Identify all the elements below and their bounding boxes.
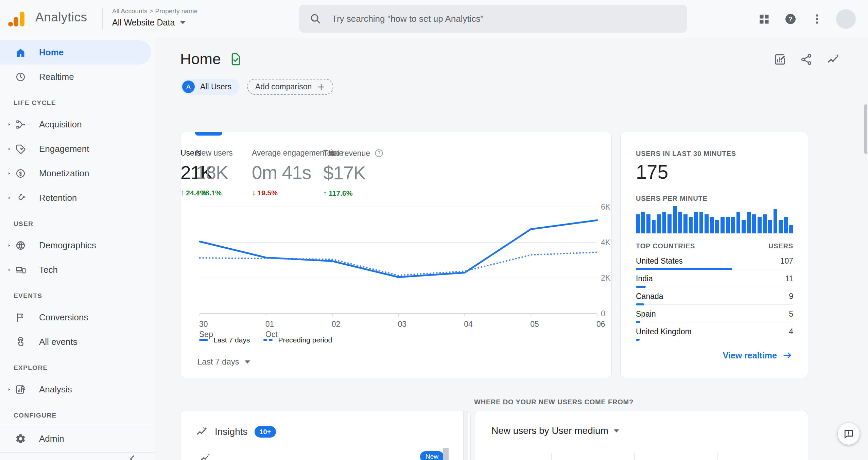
more-vert-icon[interactable] xyxy=(811,13,823,25)
medium-card-title: New users by User medium xyxy=(491,425,608,436)
insights-count-badge[interactable]: 10+ xyxy=(255,426,276,438)
country-row[interactable]: United States107 xyxy=(636,254,793,271)
sidebar-item-all-events[interactable]: All events xyxy=(0,330,155,354)
expand-caret-icon[interactable] xyxy=(5,195,14,200)
new-users-heading: WHERE DO YOUR NEW USERS COME FROM? xyxy=(474,398,633,406)
customize-report-icon[interactable] xyxy=(774,53,786,66)
minute-bar xyxy=(646,214,650,233)
sidebar-item-monetization[interactable]: $Monetization xyxy=(0,161,155,185)
metric-total-revenue[interactable]: Total revenue$17K↑ 117.6% xyxy=(323,148,384,197)
country-users: 5 xyxy=(789,309,793,319)
date-range-label: Last 7 days xyxy=(197,357,239,367)
help-outline-icon[interactable] xyxy=(374,148,384,158)
arrow-right-icon xyxy=(782,350,793,360)
chevron-down-icon xyxy=(245,360,250,364)
country-row[interactable]: Spain5 xyxy=(636,307,793,324)
expand-caret-icon[interactable] xyxy=(5,171,14,176)
acquisition-icon xyxy=(15,119,26,130)
metric-new-users[interactable]: New users18K↑ 28.1% xyxy=(196,148,233,197)
expand-caret-icon[interactable] xyxy=(5,146,14,152)
sidebar-item-home[interactable]: Home xyxy=(0,40,151,65)
sidebar-item-tech[interactable]: Tech xyxy=(0,258,155,282)
sidebar-section-label: EVENTS xyxy=(0,291,155,301)
sidebar-item-admin[interactable]: Admin xyxy=(0,426,155,451)
users-30min-label: USERS IN LAST 30 MINUTES xyxy=(636,150,736,158)
metric-label: Total revenue xyxy=(323,148,384,158)
insights-spark-icon xyxy=(196,426,207,438)
country-name: India xyxy=(636,274,653,283)
doc-check-icon[interactable] xyxy=(228,52,243,66)
sidebar-item-demographics[interactable]: Demographics xyxy=(0,233,155,258)
date-range-selector[interactable]: Last 7 days xyxy=(197,357,250,367)
monetization-icon: $ xyxy=(15,168,26,179)
page-actions xyxy=(760,53,839,66)
main-content: Home A All Users Add comparison Users21K… xyxy=(155,38,868,460)
sidebar-item-retention[interactable]: Retention xyxy=(0,185,155,210)
property-selector[interactable]: All Website Data xyxy=(112,18,186,28)
sidebar-item-analysis[interactable]: Analysis xyxy=(0,377,155,402)
page-scrollbar-thumb[interactable] xyxy=(864,104,867,154)
sidebar-item-label: Conversions xyxy=(39,312,88,323)
sidebar-item-label: Realtime xyxy=(39,72,74,82)
insight-item-spark-icon xyxy=(200,453,210,460)
sidebar: HomeRealtimeLIFE CYCLEAcquisitionEngagem… xyxy=(0,38,155,460)
expand-caret-icon[interactable] xyxy=(5,243,14,248)
users-per-minute-chart xyxy=(636,206,793,233)
country-row[interactable]: United Kingdom4 xyxy=(636,324,793,342)
help-icon[interactable]: ? xyxy=(784,13,797,25)
insights-scrollbar[interactable] xyxy=(463,411,468,460)
breadcrumb[interactable]: All Accounts>Property name xyxy=(112,7,199,15)
chart-gridline xyxy=(551,453,552,460)
apps-grid-icon[interactable] xyxy=(758,13,770,25)
sidebar-item-label: Retention xyxy=(39,193,77,203)
property-selector-label: All Website Data xyxy=(112,18,175,28)
country-row[interactable]: India11 xyxy=(636,271,793,289)
search-icon xyxy=(309,13,322,25)
sidebar-item-conversions[interactable]: Conversions xyxy=(0,305,155,330)
medium-card-title-dropdown[interactable]: New users by User medium xyxy=(491,425,619,436)
legend-label: Last 7 days xyxy=(213,336,250,344)
expand-caret-icon[interactable] xyxy=(5,122,14,127)
country-bar-fill xyxy=(636,339,640,341)
minute-bar xyxy=(657,214,661,233)
share-icon[interactable] xyxy=(800,53,813,66)
search-bar[interactable] xyxy=(299,5,687,33)
svg-text:4K: 4K xyxy=(601,238,610,247)
country-name: Canada xyxy=(636,292,663,301)
analytics-app: Analytics All Accounts>Property name All… xyxy=(0,0,868,460)
card-tab-indicator[interactable] xyxy=(195,132,222,136)
all-users-pill[interactable]: A All Users xyxy=(180,79,240,95)
top-bar: Analytics All Accounts>Property name All… xyxy=(0,0,868,38)
collapse-sidebar-icon[interactable] xyxy=(127,453,138,460)
view-realtime-link[interactable]: View realtime xyxy=(723,350,793,360)
sidebar-item-realtime[interactable]: Realtime xyxy=(0,65,155,89)
insights-icon[interactable] xyxy=(827,53,839,66)
minute-bar xyxy=(641,212,645,233)
add-comparison-button[interactable]: Add comparison xyxy=(247,79,333,95)
breadcrumb-property[interactable]: Property name xyxy=(155,7,198,15)
sidebar-item-label: All events xyxy=(39,337,77,347)
country-bar-track xyxy=(636,340,793,340)
expand-caret-icon[interactable] xyxy=(5,387,14,392)
sidebar-item-label: Admin xyxy=(39,434,64,444)
minute-bar xyxy=(747,212,751,233)
search-input[interactable] xyxy=(332,14,677,24)
country-row[interactable]: Canada9 xyxy=(636,289,793,307)
country-name: United States xyxy=(636,256,683,266)
minute-bar xyxy=(694,212,698,233)
sidebar-item-acquisition[interactable]: Acquisition xyxy=(0,112,155,137)
minute-bar xyxy=(789,225,793,233)
divider xyxy=(0,425,155,425)
breadcrumb-account[interactable]: All Accounts xyxy=(112,7,147,15)
metric-label: New users xyxy=(196,148,233,158)
country-bar-fill xyxy=(636,303,644,305)
sidebar-item-engagement[interactable]: Engagement xyxy=(0,137,155,161)
analytics-logo-icon[interactable] xyxy=(7,9,28,29)
sidebar-section-label: USER xyxy=(0,219,155,229)
expand-caret-icon[interactable] xyxy=(5,267,14,272)
feedback-chat-button[interactable] xyxy=(838,423,860,445)
avatar[interactable] xyxy=(836,9,856,29)
minute-bar xyxy=(662,212,666,233)
svg-text:?: ? xyxy=(788,15,793,23)
top-countries-header: TOP COUNTRIES xyxy=(636,242,695,250)
